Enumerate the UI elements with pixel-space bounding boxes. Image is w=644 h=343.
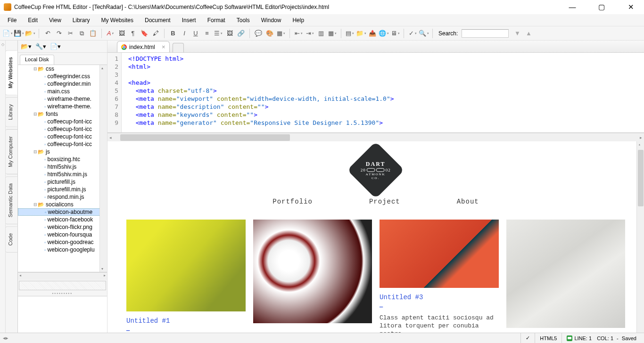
tab-index-html[interactable]: index.html × (117, 41, 170, 52)
save-button[interactable]: 💾 (14, 29, 24, 38)
menu-help[interactable]: Help (288, 16, 309, 25)
tree-file[interactable]: ▫webicon-flickr.png (18, 223, 107, 231)
paste-button[interactable]: 📋 (88, 29, 98, 38)
paragraph-button[interactable]: ¶ (128, 29, 138, 38)
indent-left-button[interactable]: ⇤ (294, 29, 303, 38)
code-editor[interactable]: 123456789 <!DOCTYPE html> <html> <head> … (107, 53, 644, 133)
code-horizontal-scrollbar[interactable] (107, 133, 644, 141)
menu-file[interactable]: File (3, 16, 21, 25)
tree-folder[interactable]: ⊟📂fonts (18, 110, 107, 118)
tree-file[interactable]: ▫webicon-googleplu (18, 246, 107, 253)
tree-folder[interactable]: ⊟📂css (18, 65, 107, 73)
globe-button[interactable]: 🌐 (379, 29, 388, 38)
layout-button[interactable]: ▦ (328, 29, 337, 38)
tree-file[interactable]: ▫coffeegrinder.min (18, 80, 107, 88)
tab-mywebsites[interactable]: My Websites (6, 50, 17, 95)
menu-window[interactable]: Window (256, 16, 286, 25)
tree-file[interactable]: ▫main.css (18, 88, 107, 95)
color-button[interactable]: 🎨 (265, 29, 274, 38)
collapse-handle-icon[interactable]: ◇ (1, 42, 4, 47)
tree-file[interactable]: ▫picturefill.js (18, 178, 107, 186)
search-next-button[interactable]: ▼ (512, 29, 522, 38)
status-arrow-icon[interactable]: ◂▸ (3, 335, 8, 341)
tree-file[interactable]: ▫wireframe-theme. (18, 95, 107, 103)
new-tab-button[interactable] (173, 43, 184, 52)
menu-edit[interactable]: Edit (23, 16, 42, 25)
tree-file[interactable]: ▫coffeecup-font-icc (18, 118, 107, 125)
sidebar-tab-localdisk[interactable]: Local Disk (20, 55, 54, 65)
tree-file[interactable]: ▫boxsizing.htc (18, 155, 107, 163)
menu-tools[interactable]: Tools (232, 16, 255, 25)
tree-file[interactable]: ▫html5shiv.js (18, 163, 107, 171)
tree-horizontal-scrollbar[interactable] (18, 272, 107, 280)
code-content[interactable]: <!DOCTYPE html> <html> <head> <meta char… (122, 53, 644, 132)
tree-folder[interactable]: ⊟📂js (18, 148, 107, 155)
maximize-button[interactable]: ▢ (592, 3, 611, 11)
card-title[interactable]: Untitled #1 (126, 317, 246, 325)
new-button[interactable]: 📄 (3, 29, 12, 38)
sb-open-icon[interactable]: 📂▾ (21, 43, 32, 50)
cut-button[interactable]: ✂ (66, 29, 75, 38)
tree-file[interactable]: ▫respond.min.js (18, 193, 107, 201)
upload-button[interactable]: 📤 (368, 29, 377, 38)
tree-file[interactable]: ▫picturefill.min.js (18, 186, 107, 193)
bold-button[interactable]: B (168, 29, 178, 38)
font-button[interactable]: A (106, 29, 115, 38)
open-button[interactable]: 📂 (25, 29, 35, 38)
tab-library[interactable]: Library (6, 97, 17, 127)
tree-file[interactable]: ▫coffeegrinder.css (18, 73, 107, 80)
nav-portfolio[interactable]: Portfolio (272, 198, 313, 205)
tree-file[interactable]: ▫webicon-facebook (18, 216, 107, 223)
snippet-button[interactable]: ▤ (345, 29, 355, 38)
sidebar-splitter[interactable]: ▪▪▪▪▪▪▪▪▪ (18, 291, 107, 296)
tree-folder[interactable]: ⊟📂socialicons (18, 201, 107, 208)
underline-button[interactable]: U (191, 29, 200, 38)
search-tool-button[interactable]: 🔍 (419, 29, 429, 38)
comment-button[interactable]: 💬 (254, 29, 263, 38)
tab-semanticdata[interactable]: Semantic Data (6, 176, 17, 224)
align-button[interactable]: ≡ (202, 29, 212, 38)
table-button[interactable]: ▦ (276, 29, 286, 38)
picture-button[interactable]: 🖼 (225, 29, 234, 38)
indent-right-button[interactable]: ⇥ (305, 29, 314, 38)
preview-button[interactable]: 🖥 (390, 29, 400, 38)
nav-about[interactable]: About (457, 198, 479, 205)
menu-mywebsites[interactable]: My Websites (97, 16, 138, 25)
form-button[interactable]: ▥ (316, 29, 326, 38)
status-validate-icon[interactable]: ✓ (520, 333, 535, 343)
search-input[interactable] (462, 29, 509, 38)
menu-library[interactable]: Library (68, 16, 95, 25)
undo-button[interactable]: ↶ (43, 29, 52, 38)
image-button[interactable]: 🖼 (117, 29, 126, 38)
tab-mycomputer[interactable]: My Computer (6, 129, 17, 174)
highlight-button[interactable]: 🖍 (151, 29, 160, 38)
menu-view[interactable]: View (44, 16, 66, 25)
bookmark-button[interactable]: 🔖 (140, 29, 149, 38)
tree-file[interactable]: ▫coffeecup-font-icc (18, 140, 107, 148)
tree-file[interactable]: ▫webicon-goodreac (18, 238, 107, 246)
redo-button[interactable]: ↷ (54, 29, 64, 38)
tree-file[interactable]: ▫coffeecup-font-icc (18, 133, 107, 140)
search-prev-button[interactable]: ▲ (524, 29, 533, 38)
menu-format[interactable]: Format (203, 16, 230, 25)
tree-file[interactable]: ▫webicon-foursqua (18, 231, 107, 238)
sb-new-icon[interactable]: 📄▾ (50, 43, 61, 50)
folder-button[interactable]: 📁 (356, 29, 366, 38)
minimize-button[interactable]: — (563, 3, 582, 11)
italic-button[interactable]: I (180, 29, 189, 38)
nav-project[interactable]: Project (369, 198, 400, 205)
list-button[interactable]: ☰ (214, 29, 223, 38)
tree-file[interactable]: ▫wireframe-theme. (18, 103, 107, 110)
spellcheck-button[interactable]: ✓ (408, 29, 417, 38)
tree-file[interactable]: ▫webicon-aboutme (18, 208, 107, 216)
sb-tools-icon[interactable]: 🔧▾ (35, 43, 46, 50)
preview-vertical-scrollbar[interactable] (636, 141, 644, 343)
menu-document[interactable]: Document (140, 16, 175, 25)
tree-vertical-scrollbar[interactable] (99, 65, 107, 272)
close-button[interactable]: ✕ (621, 3, 640, 11)
tab-code[interactable]: Code (6, 226, 17, 253)
tree-file[interactable]: ▫coffeecup-font-icc (18, 125, 107, 133)
menu-insert[interactable]: Insert (177, 16, 201, 25)
file-tree[interactable]: ⊟📂css▫coffeegrinder.css▫coffeegrinder.mi… (18, 65, 107, 272)
copy-button[interactable]: ⧉ (77, 29, 86, 38)
